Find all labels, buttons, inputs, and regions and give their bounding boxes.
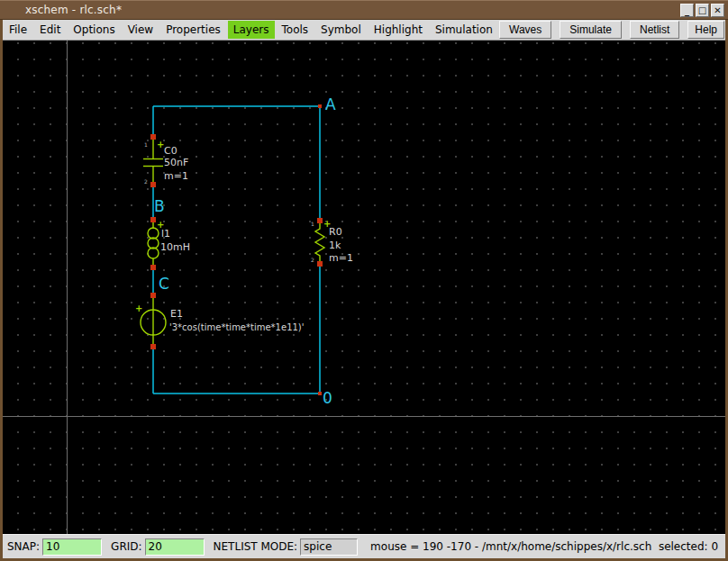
c0-value[interactable]: 50nF [164,157,188,168]
netlist-mode-label: NETLIST MODE: [214,540,298,553]
r0-pin1-number: 1 [311,221,314,227]
r0-value[interactable]: 1k [329,240,341,251]
window-controls: _ □ ✕ [680,4,724,17]
l1-refdes[interactable]: l1 [161,228,170,240]
l1-value[interactable]: 10mH [160,241,190,253]
c0-pin2-number: 2 [144,178,148,185]
menu-bar: File Edit Options View Properties Layers… [3,20,725,41]
menu-edit[interactable]: Edit [34,21,66,39]
menu-file[interactable]: File [4,21,32,39]
waves-button[interactable]: Waves [499,21,551,39]
node-label-b[interactable]: B [154,197,165,215]
xschem-window: xschem - rlc.sch* _ □ ✕ File Edit Option… [0,0,728,561]
r0-pin2-number: 2 [311,257,314,263]
menu-properties[interactable]: Properties [160,21,226,39]
close-button[interactable]: ✕ [711,4,724,17]
snap-label: SNAP: [7,540,40,553]
component-inductor-l1[interactable]: + l1 10mH [148,217,190,270]
menu-tools[interactable]: Tools [277,21,314,39]
menu-layers[interactable]: Layers [228,21,275,39]
origin-axes [3,41,725,534]
grid-input[interactable]: 20 [145,538,205,556]
pin-r0-1 [317,218,323,223]
help-button[interactable]: Help [687,21,724,39]
schematic-canvas[interactable]: 1 2 + C0 50nF m=1 [3,41,725,534]
node-label-c[interactable]: C [159,275,169,293]
pin-c0-1 [150,134,156,140]
netlist-button[interactable]: Netlist [630,21,679,39]
c0-pin1-number: 1 [144,141,148,148]
window-title: xschem - rlc.sch* [25,4,122,16]
menu-highlight[interactable]: Highlight [369,21,428,39]
minimize-button[interactable]: _ [680,4,694,17]
grid-label: GRID: [111,540,141,553]
menu-view[interactable]: View [123,21,159,39]
pin-l1-2 [150,265,156,270]
pin-e1-1 [150,293,156,298]
node-label-0[interactable]: 0 [323,389,332,407]
node-label-a[interactable]: A [325,95,336,113]
component-resistor-r0[interactable]: 1 2 + R0 1k m=1 [311,218,353,267]
menu-simulation[interactable]: Simulation [430,21,498,39]
snap-input[interactable]: 10 [42,538,102,556]
e1-refdes[interactable]: E1 [170,308,183,320]
e1-polarity-icon: + [135,303,142,313]
netlist-mode-input[interactable]: spice [300,538,358,556]
schematic-drawing: 1 2 + C0 50nF m=1 [3,41,725,534]
e1-value[interactable]: '3*cos(time*time*time*1e11)' [169,322,305,332]
pin-l1-1 [150,217,156,222]
title-bar[interactable]: xschem - rlc.sch* _ □ ✕ [0,0,728,20]
menu-symbol[interactable]: Symbol [315,21,367,39]
r0-mult[interactable]: m=1 [329,252,353,264]
pin-e1-2 [150,344,156,349]
simulate-button[interactable]: Simulate [560,21,622,39]
component-source-e1[interactable]: + E1 '3*cos(time*time*time*1e11)' [135,293,305,349]
r0-refdes[interactable]: R0 [329,226,342,238]
maximize-button[interactable]: □ [696,4,709,17]
menu-options[interactable]: Options [68,21,120,39]
c0-mult[interactable]: m=1 [164,170,188,182]
mouse-status-text: mouse = 190 -170 - /mnt/x/home/schippes/… [370,540,718,553]
c0-refdes[interactable]: C0 [164,145,177,157]
pin-c0-2 [150,182,156,187]
component-capacitor-c0[interactable]: 1 2 + C0 50nF m=1 [143,134,188,187]
window-frame: File Edit Options View Properties Layers… [0,20,728,561]
status-bar: SNAP: 10 GRID: 20 NETLIST MODE: spice mo… [3,534,725,558]
pin-r0-2 [317,261,323,267]
